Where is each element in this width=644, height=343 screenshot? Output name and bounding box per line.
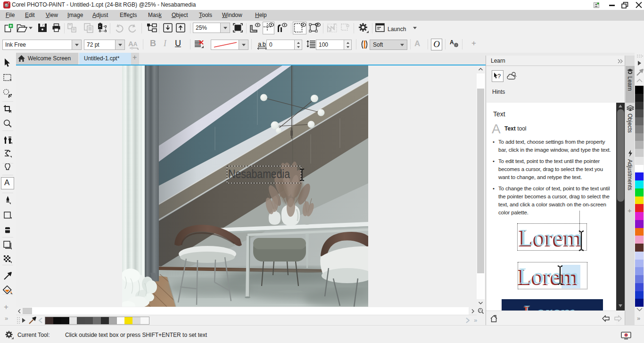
svg-text:?: ? [497, 73, 501, 80]
svg-text:Nesabamedia: Nesabamedia [228, 167, 290, 181]
